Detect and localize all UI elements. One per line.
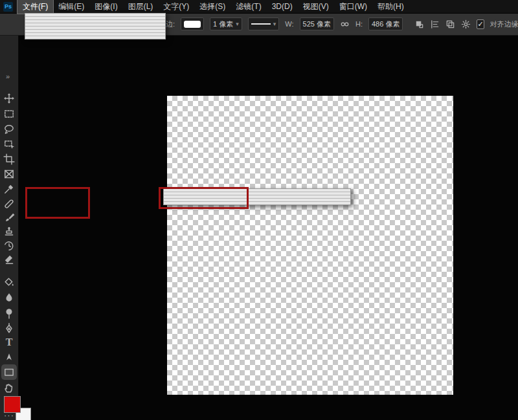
menubar-item[interactable]: 窗口(W): [334, 0, 372, 14]
file-menu-dropdown: [25, 13, 166, 39]
height-value: 486 像素: [372, 19, 400, 29]
annotation-box-export: [25, 187, 90, 219]
transparent-document-canvas[interactable]: [167, 96, 453, 395]
menubar-item[interactable]: 图层(L): [123, 0, 159, 14]
width-input[interactable]: 525 像素: [300, 17, 334, 30]
annotation-box-quick-export-png: [159, 187, 249, 209]
menu-group: [25, 36, 165, 39]
menubar-item[interactable]: 3D(D): [267, 1, 298, 12]
gear-icon[interactable]: [461, 17, 471, 30]
menubar-item[interactable]: 编辑(E): [53, 0, 89, 14]
stroke-style-line-icon: [251, 23, 271, 25]
blur-tool-icon[interactable]: [3, 292, 15, 304]
align-edges-label: 对齐边缘: [490, 19, 518, 29]
eraser-tool-icon[interactable]: [3, 254, 15, 265]
stroke-width-select[interactable]: 1 像素 ▾: [210, 17, 242, 30]
stroke-style-select[interactable]: ▾: [248, 17, 280, 30]
width-label: W:: [285, 20, 293, 28]
type-tool-icon[interactable]: T: [3, 337, 15, 348]
path-selection-tool-icon[interactable]: [3, 352, 15, 364]
height-input[interactable]: 486 像素: [368, 17, 403, 30]
dodge-tool-icon[interactable]: [3, 307, 15, 319]
move-tool-icon[interactable]: [3, 93, 15, 104]
height-label: H:: [355, 20, 363, 28]
paint-bucket-tool-icon[interactable]: [3, 276, 15, 288]
lasso-tool-icon[interactable]: [3, 124, 15, 135]
menubar-item[interactable]: 文字(Y): [158, 0, 194, 14]
path-operations-icon[interactable]: [414, 17, 424, 30]
width-value: 525 像素: [303, 19, 331, 29]
tools-panel: » T ···: [0, 36, 19, 420]
menu-bar-items: 文件(F)编辑(E)图像(I)图层(L)文字(Y)选择(S)滤镜(T)3D(D)…: [17, 0, 409, 14]
stroke-color-swatch[interactable]: [181, 17, 204, 30]
align-edges-checkbox[interactable]: ✓: [477, 19, 484, 29]
crop-tool-icon[interactable]: [3, 153, 15, 165]
stroke-width-value: 1 像素: [213, 19, 233, 29]
menubar-item[interactable]: 选择(S): [194, 0, 231, 14]
menubar-item[interactable]: 图像(I): [89, 0, 122, 14]
link-dimensions-icon[interactable]: [340, 17, 350, 30]
canvas-area: [18, 36, 518, 420]
menu-bar: Ps 文件(F)编辑(E)图像(I)图层(L)文字(Y)选择(S)滤镜(T)3D…: [0, 0, 518, 14]
pen-tool-icon[interactable]: [3, 322, 15, 334]
clone-stamp-tool-icon[interactable]: [3, 226, 15, 238]
menubar-item[interactable]: 视图(V): [298, 0, 334, 14]
menubar-item[interactable]: 帮助(H): [372, 0, 409, 14]
dropdown-arrow-icon: ▾: [273, 21, 276, 27]
stroke-label: 边:: [166, 19, 175, 29]
marquee-tool-icon[interactable]: [3, 108, 15, 120]
foreground-color-swatch[interactable]: [4, 396, 21, 413]
photoshop-logo: Ps: [3, 2, 13, 12]
menubar-item[interactable]: 文件(F): [17, 0, 53, 14]
menubar-item[interactable]: 滤镜(T): [231, 0, 266, 14]
rectangle-tool-icon[interactable]: [3, 366, 15, 378]
history-brush-tool-icon[interactable]: [3, 240, 15, 252]
stroke-color-white: [184, 21, 201, 28]
slice-tool-icon[interactable]: [3, 168, 15, 180]
path-alignment-icon[interactable]: [430, 17, 440, 30]
brush-tool-icon[interactable]: [3, 212, 15, 223]
hand-tool-icon[interactable]: [3, 382, 15, 393]
path-arrangement-icon[interactable]: [445, 17, 455, 30]
dropdown-arrow-icon: ▾: [236, 21, 239, 27]
eyedropper-tool-icon[interactable]: [3, 183, 15, 195]
healing-brush-tool-icon[interactable]: [3, 198, 15, 210]
collapse-panel-icon[interactable]: »: [6, 72, 9, 80]
object-selection-tool-icon[interactable]: [3, 138, 15, 150]
